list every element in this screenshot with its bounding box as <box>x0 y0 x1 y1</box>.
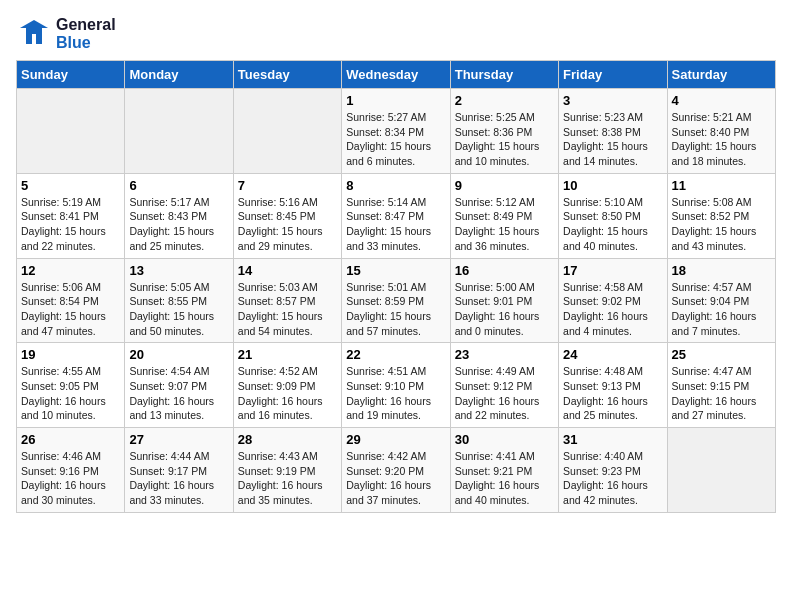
logo-svg-icon <box>16 16 52 52</box>
calendar-cell: 20Sunrise: 4:54 AM Sunset: 9:07 PM Dayli… <box>125 343 233 428</box>
day-info: Sunrise: 5:25 AM Sunset: 8:36 PM Dayligh… <box>455 110 554 169</box>
day-number: 15 <box>346 263 445 278</box>
calendar-cell: 24Sunrise: 4:48 AM Sunset: 9:13 PM Dayli… <box>559 343 667 428</box>
day-number: 10 <box>563 178 662 193</box>
day-number: 13 <box>129 263 228 278</box>
day-info: Sunrise: 5:27 AM Sunset: 8:34 PM Dayligh… <box>346 110 445 169</box>
day-number: 22 <box>346 347 445 362</box>
header-row: SundayMondayTuesdayWednesdayThursdayFrid… <box>17 61 776 89</box>
day-number: 16 <box>455 263 554 278</box>
calendar-cell: 2Sunrise: 5:25 AM Sunset: 8:36 PM Daylig… <box>450 89 558 174</box>
calendar-cell: 17Sunrise: 4:58 AM Sunset: 9:02 PM Dayli… <box>559 258 667 343</box>
calendar-cell: 27Sunrise: 4:44 AM Sunset: 9:17 PM Dayli… <box>125 428 233 513</box>
day-info: Sunrise: 5:00 AM Sunset: 9:01 PM Dayligh… <box>455 280 554 339</box>
calendar-cell: 29Sunrise: 4:42 AM Sunset: 9:20 PM Dayli… <box>342 428 450 513</box>
calendar-cell: 6Sunrise: 5:17 AM Sunset: 8:43 PM Daylig… <box>125 173 233 258</box>
day-number: 3 <box>563 93 662 108</box>
day-info: Sunrise: 4:46 AM Sunset: 9:16 PM Dayligh… <box>21 449 120 508</box>
day-info: Sunrise: 4:54 AM Sunset: 9:07 PM Dayligh… <box>129 364 228 423</box>
calendar-cell: 5Sunrise: 5:19 AM Sunset: 8:41 PM Daylig… <box>17 173 125 258</box>
day-info: Sunrise: 5:14 AM Sunset: 8:47 PM Dayligh… <box>346 195 445 254</box>
calendar-body: 1Sunrise: 5:27 AM Sunset: 8:34 PM Daylig… <box>17 89 776 513</box>
day-number: 27 <box>129 432 228 447</box>
calendar-cell: 15Sunrise: 5:01 AM Sunset: 8:59 PM Dayli… <box>342 258 450 343</box>
day-info: Sunrise: 5:17 AM Sunset: 8:43 PM Dayligh… <box>129 195 228 254</box>
day-info: Sunrise: 5:12 AM Sunset: 8:49 PM Dayligh… <box>455 195 554 254</box>
day-number: 1 <box>346 93 445 108</box>
calendar-cell: 16Sunrise: 5:00 AM Sunset: 9:01 PM Dayli… <box>450 258 558 343</box>
calendar-cell: 22Sunrise: 4:51 AM Sunset: 9:10 PM Dayli… <box>342 343 450 428</box>
header-day-monday: Monday <box>125 61 233 89</box>
calendar-cell: 13Sunrise: 5:05 AM Sunset: 8:55 PM Dayli… <box>125 258 233 343</box>
day-info: Sunrise: 4:55 AM Sunset: 9:05 PM Dayligh… <box>21 364 120 423</box>
calendar-cell: 7Sunrise: 5:16 AM Sunset: 8:45 PM Daylig… <box>233 173 341 258</box>
day-number: 23 <box>455 347 554 362</box>
calendar-cell: 31Sunrise: 4:40 AM Sunset: 9:23 PM Dayli… <box>559 428 667 513</box>
week-row-4: 19Sunrise: 4:55 AM Sunset: 9:05 PM Dayli… <box>17 343 776 428</box>
week-row-5: 26Sunrise: 4:46 AM Sunset: 9:16 PM Dayli… <box>17 428 776 513</box>
day-info: Sunrise: 4:51 AM Sunset: 9:10 PM Dayligh… <box>346 364 445 423</box>
week-row-2: 5Sunrise: 5:19 AM Sunset: 8:41 PM Daylig… <box>17 173 776 258</box>
logo: GeneralBlue <box>16 16 116 52</box>
calendar-cell: 11Sunrise: 5:08 AM Sunset: 8:52 PM Dayli… <box>667 173 775 258</box>
calendar-cell: 30Sunrise: 4:41 AM Sunset: 9:21 PM Dayli… <box>450 428 558 513</box>
day-number: 25 <box>672 347 771 362</box>
calendar-cell: 12Sunrise: 5:06 AM Sunset: 8:54 PM Dayli… <box>17 258 125 343</box>
calendar-cell: 9Sunrise: 5:12 AM Sunset: 8:49 PM Daylig… <box>450 173 558 258</box>
day-number: 24 <box>563 347 662 362</box>
calendar-cell: 10Sunrise: 5:10 AM Sunset: 8:50 PM Dayli… <box>559 173 667 258</box>
day-number: 30 <box>455 432 554 447</box>
day-number: 8 <box>346 178 445 193</box>
day-number: 21 <box>238 347 337 362</box>
calendar-cell: 8Sunrise: 5:14 AM Sunset: 8:47 PM Daylig… <box>342 173 450 258</box>
day-info: Sunrise: 5:03 AM Sunset: 8:57 PM Dayligh… <box>238 280 337 339</box>
day-number: 9 <box>455 178 554 193</box>
day-number: 26 <box>21 432 120 447</box>
calendar-cell: 21Sunrise: 4:52 AM Sunset: 9:09 PM Dayli… <box>233 343 341 428</box>
day-number: 19 <box>21 347 120 362</box>
day-number: 12 <box>21 263 120 278</box>
header-day-sunday: Sunday <box>17 61 125 89</box>
calendar-cell: 25Sunrise: 4:47 AM Sunset: 9:15 PM Dayli… <box>667 343 775 428</box>
day-info: Sunrise: 5:19 AM Sunset: 8:41 PM Dayligh… <box>21 195 120 254</box>
day-info: Sunrise: 4:48 AM Sunset: 9:13 PM Dayligh… <box>563 364 662 423</box>
header-day-thursday: Thursday <box>450 61 558 89</box>
header-day-saturday: Saturday <box>667 61 775 89</box>
header-day-wednesday: Wednesday <box>342 61 450 89</box>
day-info: Sunrise: 5:05 AM Sunset: 8:55 PM Dayligh… <box>129 280 228 339</box>
day-number: 31 <box>563 432 662 447</box>
day-info: Sunrise: 5:08 AM Sunset: 8:52 PM Dayligh… <box>672 195 771 254</box>
header-day-friday: Friday <box>559 61 667 89</box>
calendar-cell <box>233 89 341 174</box>
day-number: 6 <box>129 178 228 193</box>
calendar-cell: 28Sunrise: 4:43 AM Sunset: 9:19 PM Dayli… <box>233 428 341 513</box>
calendar-header: SundayMondayTuesdayWednesdayThursdayFrid… <box>17 61 776 89</box>
day-number: 20 <box>129 347 228 362</box>
logo-text: GeneralBlue <box>56 16 116 52</box>
day-number: 11 <box>672 178 771 193</box>
day-number: 14 <box>238 263 337 278</box>
day-info: Sunrise: 4:42 AM Sunset: 9:20 PM Dayligh… <box>346 449 445 508</box>
calendar-cell: 1Sunrise: 5:27 AM Sunset: 8:34 PM Daylig… <box>342 89 450 174</box>
calendar-cell: 23Sunrise: 4:49 AM Sunset: 9:12 PM Dayli… <box>450 343 558 428</box>
header-day-tuesday: Tuesday <box>233 61 341 89</box>
calendar-cell <box>17 89 125 174</box>
day-info: Sunrise: 4:44 AM Sunset: 9:17 PM Dayligh… <box>129 449 228 508</box>
calendar-cell <box>667 428 775 513</box>
day-number: 4 <box>672 93 771 108</box>
day-number: 18 <box>672 263 771 278</box>
day-info: Sunrise: 4:40 AM Sunset: 9:23 PM Dayligh… <box>563 449 662 508</box>
calendar-cell <box>125 89 233 174</box>
day-info: Sunrise: 4:58 AM Sunset: 9:02 PM Dayligh… <box>563 280 662 339</box>
week-row-3: 12Sunrise: 5:06 AM Sunset: 8:54 PM Dayli… <box>17 258 776 343</box>
calendar-cell: 4Sunrise: 5:21 AM Sunset: 8:40 PM Daylig… <box>667 89 775 174</box>
day-info: Sunrise: 5:23 AM Sunset: 8:38 PM Dayligh… <box>563 110 662 169</box>
calendar-cell: 14Sunrise: 5:03 AM Sunset: 8:57 PM Dayli… <box>233 258 341 343</box>
day-number: 28 <box>238 432 337 447</box>
calendar-table: SundayMondayTuesdayWednesdayThursdayFrid… <box>16 60 776 513</box>
day-info: Sunrise: 4:49 AM Sunset: 9:12 PM Dayligh… <box>455 364 554 423</box>
day-info: Sunrise: 4:43 AM Sunset: 9:19 PM Dayligh… <box>238 449 337 508</box>
day-number: 17 <box>563 263 662 278</box>
calendar-cell: 3Sunrise: 5:23 AM Sunset: 8:38 PM Daylig… <box>559 89 667 174</box>
day-info: Sunrise: 5:21 AM Sunset: 8:40 PM Dayligh… <box>672 110 771 169</box>
